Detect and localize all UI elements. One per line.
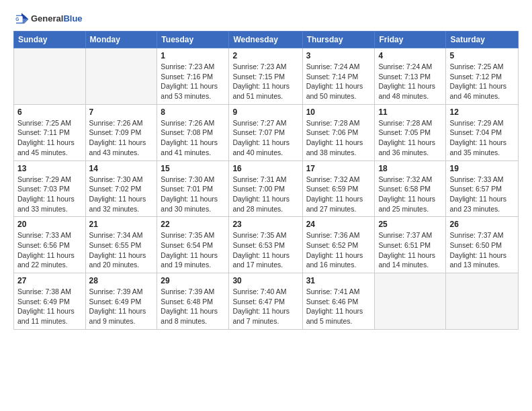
day-number: 24: [306, 220, 371, 229]
day-number: 21: [89, 220, 154, 229]
day-info: Sunrise: 7:29 AMSunset: 7:04 PMDaylight:…: [449, 118, 515, 158]
col-friday: Friday: [375, 32, 446, 48]
day-info: Sunrise: 7:33 AMSunset: 6:56 PMDaylight:…: [17, 230, 82, 270]
table-row: 31Sunrise: 7:41 AMSunset: 6:46 PMDayligh…: [302, 273, 375, 330]
day-number: 1: [161, 51, 225, 60]
svg-text:G: G: [15, 17, 19, 21]
day-number: 31: [306, 276, 371, 285]
day-number: 18: [378, 164, 442, 173]
day-number: 8: [161, 107, 225, 117]
page-container: G GeneralBlue Sunday Monday Tuesday Wedn…: [0, 0, 532, 336]
day-number: 27: [17, 276, 82, 285]
day-info: Sunrise: 7:23 AMSunset: 7:16 PMDaylight:…: [161, 62, 225, 101]
day-number: 11: [378, 107, 442, 117]
day-number: 3: [306, 51, 371, 60]
day-info: Sunrise: 7:37 AMSunset: 6:50 PMDaylight:…: [449, 230, 515, 270]
table-row: 5Sunrise: 7:25 AMSunset: 7:12 PMDaylight…: [446, 48, 519, 105]
day-number: 4: [378, 51, 442, 60]
day-number: 29: [161, 276, 225, 285]
table-row: 26Sunrise: 7:37 AMSunset: 6:50 PMDayligh…: [446, 217, 519, 273]
table-row: 21Sunrise: 7:34 AMSunset: 6:55 PMDayligh…: [85, 217, 157, 273]
table-row: 6Sunrise: 7:25 AMSunset: 7:11 PMDaylight…: [14, 104, 86, 161]
day-number: 26: [449, 220, 515, 229]
day-info: Sunrise: 7:25 AMSunset: 7:11 PMDaylight:…: [17, 118, 82, 158]
day-info: Sunrise: 7:32 AMSunset: 6:59 PMDaylight:…: [306, 175, 371, 214]
day-info: Sunrise: 7:37 AMSunset: 6:51 PMDaylight:…: [378, 230, 442, 270]
day-number: 13: [17, 164, 82, 173]
day-number: 16: [232, 164, 298, 173]
col-monday: Monday: [85, 32, 157, 48]
calendar-week-row: 1Sunrise: 7:23 AMSunset: 7:16 PMDaylight…: [14, 48, 519, 105]
logo-icon: G: [13, 11, 30, 27]
day-info: Sunrise: 7:30 AMSunset: 7:01 PMDaylight:…: [161, 175, 225, 214]
day-info: Sunrise: 7:39 AMSunset: 6:49 PMDaylight:…: [89, 287, 154, 326]
day-number: 30: [232, 276, 298, 285]
table-row: 8Sunrise: 7:26 AMSunset: 7:08 PMDaylight…: [157, 104, 229, 161]
table-row: 17Sunrise: 7:32 AMSunset: 6:59 PMDayligh…: [302, 161, 375, 217]
calendar-week-row: 27Sunrise: 7:38 AMSunset: 6:49 PMDayligh…: [14, 273, 519, 330]
day-info: Sunrise: 7:40 AMSunset: 6:47 PMDaylight:…: [232, 287, 298, 326]
col-tuesday: Tuesday: [157, 32, 229, 48]
table-row: 16Sunrise: 7:31 AMSunset: 7:00 PMDayligh…: [229, 161, 302, 217]
day-number: 23: [232, 220, 298, 229]
table-row: [446, 273, 519, 330]
col-saturday: Saturday: [446, 32, 519, 48]
day-number: 10: [306, 107, 371, 117]
table-row: 19Sunrise: 7:33 AMSunset: 6:57 PMDayligh…: [446, 161, 519, 217]
day-info: Sunrise: 7:28 AMSunset: 7:06 PMDaylight:…: [306, 118, 371, 158]
day-number: 15: [161, 164, 225, 173]
col-wednesday: Wednesday: [229, 32, 302, 48]
logo-general: General: [31, 13, 63, 24]
table-row: 13Sunrise: 7:29 AMSunset: 7:03 PMDayligh…: [14, 161, 86, 217]
day-info: Sunrise: 7:34 AMSunset: 6:55 PMDaylight:…: [89, 230, 154, 270]
table-row: [14, 48, 86, 105]
day-info: Sunrise: 7:30 AMSunset: 7:02 PMDaylight:…: [89, 175, 154, 214]
table-row: 14Sunrise: 7:30 AMSunset: 7:02 PMDayligh…: [85, 161, 157, 217]
day-info: Sunrise: 7:33 AMSunset: 6:57 PMDaylight:…: [449, 175, 515, 214]
logo-text: GeneralBlue: [31, 13, 83, 24]
day-info: Sunrise: 7:28 AMSunset: 7:05 PMDaylight:…: [378, 118, 442, 158]
day-info: Sunrise: 7:32 AMSunset: 6:58 PMDaylight:…: [378, 175, 442, 214]
day-number: 2: [232, 51, 298, 60]
day-info: Sunrise: 7:26 AMSunset: 7:09 PMDaylight:…: [89, 118, 154, 158]
table-row: 22Sunrise: 7:35 AMSunset: 6:54 PMDayligh…: [157, 217, 229, 273]
table-row: 9Sunrise: 7:27 AMSunset: 7:07 PMDaylight…: [229, 104, 302, 161]
calendar: Sunday Monday Tuesday Wednesday Thursday…: [13, 31, 519, 330]
day-info: Sunrise: 7:23 AMSunset: 7:15 PMDaylight:…: [232, 62, 298, 101]
table-row: 28Sunrise: 7:39 AMSunset: 6:49 PMDayligh…: [85, 273, 157, 330]
calendar-header-row: Sunday Monday Tuesday Wednesday Thursday…: [14, 32, 519, 48]
table-row: 10Sunrise: 7:28 AMSunset: 7:06 PMDayligh…: [302, 104, 375, 161]
table-row: 1Sunrise: 7:23 AMSunset: 7:16 PMDaylight…: [157, 48, 229, 105]
day-info: Sunrise: 7:38 AMSunset: 6:49 PMDaylight:…: [17, 287, 82, 326]
day-number: 6: [17, 107, 82, 117]
table-row: 18Sunrise: 7:32 AMSunset: 6:58 PMDayligh…: [375, 161, 446, 217]
day-number: 14: [89, 164, 154, 173]
calendar-week-row: 6Sunrise: 7:25 AMSunset: 7:11 PMDaylight…: [14, 104, 519, 161]
day-info: Sunrise: 7:25 AMSunset: 7:12 PMDaylight:…: [449, 62, 515, 101]
day-info: Sunrise: 7:27 AMSunset: 7:07 PMDaylight:…: [232, 118, 298, 158]
calendar-week-row: 20Sunrise: 7:33 AMSunset: 6:56 PMDayligh…: [14, 217, 519, 273]
day-number: 20: [17, 220, 82, 229]
day-number: 7: [89, 107, 154, 117]
table-row: 12Sunrise: 7:29 AMSunset: 7:04 PMDayligh…: [446, 104, 519, 161]
table-row: 29Sunrise: 7:39 AMSunset: 6:48 PMDayligh…: [157, 273, 229, 330]
day-number: 25: [378, 220, 442, 229]
table-row: 23Sunrise: 7:35 AMSunset: 6:53 PMDayligh…: [229, 217, 302, 273]
table-row: 20Sunrise: 7:33 AMSunset: 6:56 PMDayligh…: [14, 217, 86, 273]
table-row: 2Sunrise: 7:23 AMSunset: 7:15 PMDaylight…: [229, 48, 302, 105]
day-info: Sunrise: 7:24 AMSunset: 7:13 PMDaylight:…: [378, 62, 442, 101]
col-sunday: Sunday: [14, 32, 86, 48]
table-row: 24Sunrise: 7:36 AMSunset: 6:52 PMDayligh…: [302, 217, 375, 273]
day-info: Sunrise: 7:36 AMSunset: 6:52 PMDaylight:…: [306, 230, 371, 270]
day-number: 19: [449, 164, 515, 173]
day-number: 9: [232, 107, 298, 117]
logo-blue: Blue: [63, 13, 82, 24]
day-number: 5: [449, 51, 515, 60]
day-number: 28: [89, 276, 154, 285]
day-number: 17: [306, 164, 371, 173]
table-row: 25Sunrise: 7:37 AMSunset: 6:51 PMDayligh…: [375, 217, 446, 273]
day-info: Sunrise: 7:41 AMSunset: 6:46 PMDaylight:…: [306, 287, 371, 326]
day-number: 12: [449, 107, 515, 117]
table-row: 7Sunrise: 7:26 AMSunset: 7:09 PMDaylight…: [85, 104, 157, 161]
day-number: 22: [161, 220, 225, 229]
